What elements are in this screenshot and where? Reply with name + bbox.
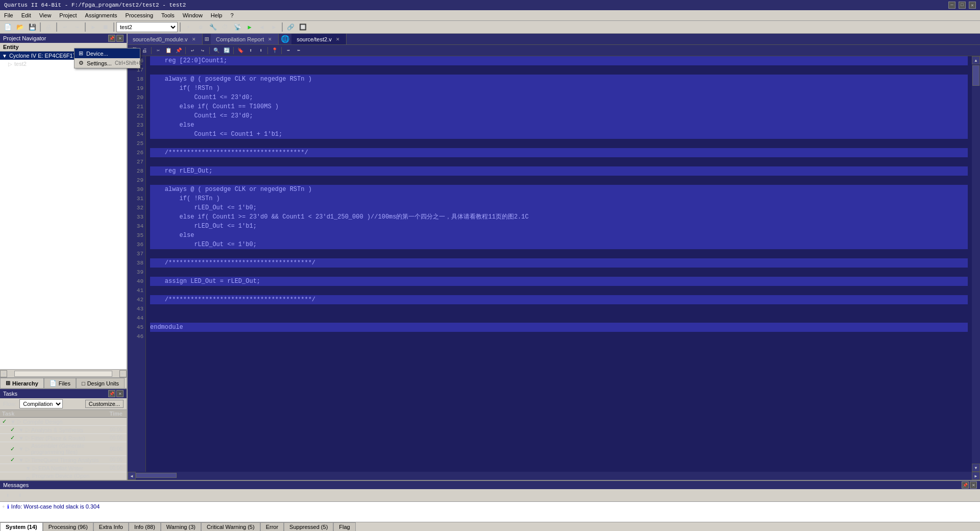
etb-replace-btn[interactable]: 🔄 <box>222 46 231 55</box>
etb-bookmark-btn[interactable]: 🔖 <box>236 46 245 55</box>
menu-tools[interactable]: Tools <box>159 12 177 18</box>
etb-find-btn[interactable]: 🔍 <box>212 46 221 55</box>
minimize-button[interactable]: — <box>948 2 955 9</box>
hscroll-left-button[interactable]: ◀ <box>128 472 136 480</box>
panel-pin-button[interactable]: 📌 <box>108 35 115 42</box>
panel-close-button[interactable]: ✕ <box>116 35 124 42</box>
ctx-settings[interactable]: ⚙ Settings... Ctrl+Shift+E <box>75 58 140 68</box>
hscroll-thumb[interactable] <box>136 473 177 478</box>
hscroll-track[interactable] <box>136 473 972 479</box>
messages-close-button[interactable]: ✕ <box>970 481 977 489</box>
etb-back-btn[interactable]: ⬅ <box>294 46 303 55</box>
prev-button[interactable]: ◀ <box>256 21 267 33</box>
project-select[interactable]: test2 <box>116 22 178 32</box>
vscroll-up-button[interactable]: ▲ <box>972 56 980 64</box>
vscroll-down-button[interactable]: ▼ <box>972 464 980 472</box>
etb-cut-btn[interactable]: ✂ <box>154 46 163 55</box>
task-row-analysis[interactable]: ✓ ▼ ▷ Analysis & Synthesis 00:00 <box>0 426 127 434</box>
next-button[interactable]: ▶ <box>268 21 280 33</box>
redo-button[interactable]: ↪ <box>71 21 83 33</box>
msg-up-button[interactable]: ⬆ <box>2 490 13 501</box>
tab-compilation-report[interactable]: Compilation Report ✕ <box>211 34 279 44</box>
task-row-program[interactable]: ⚙ Program Device (Open Programmer) <box>0 472 127 480</box>
fit-button[interactable]: 🔧 <box>207 21 218 33</box>
scroll-right-button[interactable]: ▶ <box>119 370 127 377</box>
task-expand-icon[interactable]: ▼ <box>18 446 26 452</box>
tab-led0-module[interactable]: source/led0_module.v ✕ <box>128 34 203 44</box>
tab-test2-close[interactable]: ✕ <box>335 36 341 42</box>
task-expand-icon[interactable]: ▼ <box>18 435 26 441</box>
etb-undo-btn[interactable]: ↩ <box>188 46 197 55</box>
etb-next-bookmark-btn[interactable]: ⬇ <box>256 46 265 55</box>
etb-print-btn[interactable]: 🖨 <box>140 46 149 55</box>
task-expand-icon[interactable]: ▼ <box>10 419 17 425</box>
tab-files[interactable]: 📄 Files <box>44 378 76 388</box>
menu-processing[interactable]: Processing <box>124 12 155 18</box>
task-expand-icon[interactable]: ▼ <box>18 427 26 433</box>
msg-tab-critical-warning[interactable]: Critical Warning (5) <box>201 522 260 531</box>
msg-tab-extra-info[interactable]: Extra Info <box>93 522 129 531</box>
undo-button[interactable]: ↩ <box>59 21 70 33</box>
task-row-timing[interactable]: ✓ ▼ ▷ TimeQuest Timing Analysis 00:00 <box>0 456 127 464</box>
chip-button[interactable]: 🔲 <box>297 21 308 33</box>
msg-tab-suppressed[interactable]: Suppressed (5) <box>284 522 333 531</box>
tasks-close-button[interactable]: ✕ <box>116 390 124 397</box>
msg-tab-flag[interactable]: Flag <box>333 522 355 531</box>
etb-goto-btn[interactable]: ➡ <box>284 46 293 55</box>
menu-project[interactable]: Project <box>57 12 79 18</box>
menu-file[interactable]: File <box>2 12 15 18</box>
program-button[interactable]: 📡 <box>232 21 243 33</box>
compile-button[interactable]: ▶ <box>88 21 99 33</box>
flow-select[interactable]: Compilation <box>19 399 63 408</box>
ctx-device[interactable]: ⊞ Device... <box>75 49 140 58</box>
rtl-button[interactable]: ⚡ <box>183 21 194 33</box>
task-row-assembler[interactable]: ✓ ▼ ▷ Assembler (Generate programming fi… <box>0 442 127 456</box>
vscroll-track[interactable] <box>972 64 980 464</box>
new-button[interactable]: 📄 <box>2 21 13 33</box>
etb-copy-btn[interactable]: 📋 <box>164 46 173 55</box>
stop-button[interactable]: ⏹ <box>100 21 111 33</box>
task-expand-icon[interactable]: ▼ <box>18 457 26 463</box>
timing-button[interactable]: ⏱ <box>219 21 231 33</box>
customize-button[interactable]: Customize... <box>85 400 124 408</box>
etb-locator-btn[interactable]: 📍 <box>270 46 279 55</box>
compile-all-button[interactable]: ▶ <box>244 21 255 33</box>
etb-paste-btn[interactable]: 📌 <box>174 46 183 55</box>
tab-hierarchy[interactable]: ⊞ Hierarchy <box>0 378 44 388</box>
close-button[interactable]: ✕ <box>969 2 976 9</box>
msg-tab-processing[interactable]: Processing (96) <box>43 522 93 531</box>
menu-view[interactable]: View <box>37 12 54 18</box>
menu-help[interactable]: Help <box>209 12 225 18</box>
task-row-compile-design[interactable]: ✓ ▼ ▷ Compile Design <box>0 418 127 426</box>
synthesis-button[interactable]: ⚙ <box>195 21 206 33</box>
msg-tab-info[interactable]: Info (88) <box>129 522 161 531</box>
menu-window[interactable]: Window <box>181 12 205 18</box>
tab-led0-close[interactable]: ✕ <box>191 36 197 42</box>
tab-test2[interactable]: source/test2.v ✕ <box>291 34 346 44</box>
vscroll-thumb[interactable] <box>972 65 979 86</box>
etb-prev-bookmark-btn[interactable]: ⬆ <box>246 46 255 55</box>
tasks-pin-button[interactable]: 📌 <box>108 390 115 397</box>
menu-assignments[interactable]: Assignments <box>83 12 119 18</box>
tab-design-units[interactable]: □ Design Units <box>76 378 125 388</box>
open-button[interactable]: 📂 <box>14 21 26 33</box>
menu-edit[interactable]: Edit <box>19 12 33 18</box>
print-button[interactable]: 🖨 <box>43 21 54 33</box>
etb-redo-btn[interactable]: ↪ <box>198 46 207 55</box>
msg-tab-warning[interactable]: Warning (3) <box>161 522 201 531</box>
code-content[interactable]: reg [22:0]Count1; always @ ( posedge CLK… <box>146 56 972 472</box>
hscroll-right-button[interactable]: ▶ <box>972 472 980 480</box>
netlist-button[interactable]: 🔗 <box>285 21 296 33</box>
msg-down-button[interactable]: ⬇ <box>14 490 26 501</box>
scroll-track[interactable] <box>14 371 112 377</box>
menu-question[interactable]: ? <box>228 12 235 18</box>
task-row-fitter[interactable]: ✓ ▼ ▷ Fitter (Place & Route) 00:00 <box>0 434 127 442</box>
messages-pin-button[interactable]: 📌 <box>962 481 969 489</box>
maximize-button[interactable]: □ <box>959 2 966 9</box>
task-row-eda[interactable]: ▼ ▷ EDA Netlist Writer 00:00 <box>0 464 127 472</box>
code-editor[interactable]: 16 17 18 19 20 21 22 23 24 25 26 27 28 2… <box>128 56 972 472</box>
save-button[interactable]: 💾 <box>27 21 38 33</box>
tab-compilation-close[interactable]: ✕ <box>267 36 273 42</box>
msg-tab-error[interactable]: Error <box>260 522 284 531</box>
msg-tab-system[interactable]: System (14) <box>0 522 43 531</box>
